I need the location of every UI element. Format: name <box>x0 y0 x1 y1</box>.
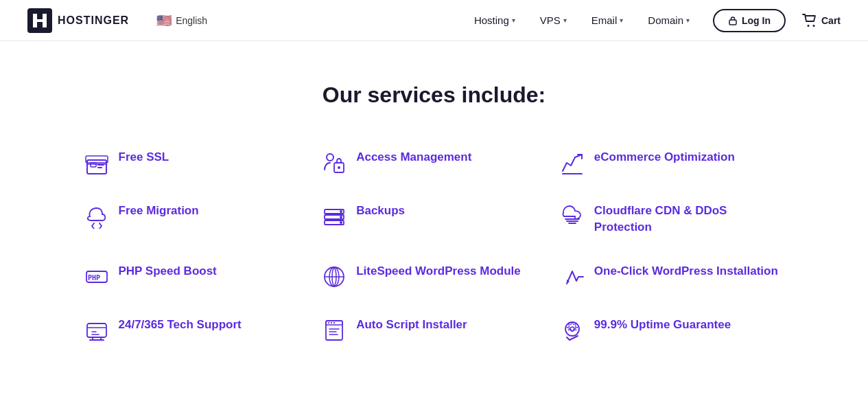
service-php: PHP PHP Speed Boost <box>84 263 309 289</box>
svg-point-16 <box>340 216 342 218</box>
main-content: Our services include: Free SSL <box>57 41 812 398</box>
oneclick-label: One-Click WordPress Installation <box>594 263 778 280</box>
svg-rect-23 <box>87 324 106 337</box>
services-grid: Free SSL Access Management eCommerce Opt… <box>84 149 784 343</box>
nav-vps-label: VPS <box>540 14 561 26</box>
service-backups: Backups <box>322 203 546 236</box>
logo-link[interactable]: HOSTINGER <box>27 8 129 33</box>
svg-rect-24 <box>326 321 342 340</box>
php-icon: PHP <box>84 264 109 289</box>
litespeed-label: LiteSpeed WordPress Module <box>356 263 521 280</box>
nav-hosting[interactable]: Hosting ▾ <box>465 9 525 32</box>
service-free-ssl: Free SSL <box>84 149 309 175</box>
nav-hosting-label: Hosting <box>474 14 509 26</box>
language-label: English <box>176 15 207 26</box>
uptime-label: 99.9% Uptime Guarantee <box>594 317 731 333</box>
service-ecommerce: eCommerce Optimization <box>560 149 784 175</box>
script-installer-label: Auto Script Installer <box>356 317 467 333</box>
svg-rect-5 <box>91 163 96 167</box>
support-icon <box>84 318 109 343</box>
backups-label: Backups <box>356 203 405 219</box>
lock-icon <box>728 16 738 25</box>
cart-button[interactable]: Cart <box>802 14 841 27</box>
nav-email[interactable]: Email ▾ <box>582 9 633 32</box>
svg-point-15 <box>340 210 342 213</box>
service-support: 24/7/365 Tech Support <box>84 317 309 343</box>
wordpress-icon <box>322 264 347 289</box>
svg-point-9 <box>327 154 333 161</box>
login-label: Log In <box>742 15 771 26</box>
section-title: Our services include: <box>84 82 784 108</box>
cart-label: Cart <box>821 15 841 26</box>
nav-email-label: Email <box>591 14 618 26</box>
service-oneclick: One-Click WordPress Installation <box>560 263 784 289</box>
cloudflare-icon <box>560 204 585 229</box>
cart-icon <box>802 14 817 27</box>
service-litespeed: LiteSpeed WordPress Module <box>322 263 546 289</box>
access-management-label: Access Management <box>356 149 471 166</box>
svg-rect-27 <box>331 322 332 324</box>
service-uptime: 99.9% Uptime Guarantee <box>560 317 784 343</box>
svg-rect-7 <box>97 167 102 168</box>
migration-icon <box>84 204 109 229</box>
flag-icon: 🇺🇸 <box>156 13 172 28</box>
service-cloudflare: Cloudflare CDN & DDoS Protection <box>560 203 784 236</box>
svg-point-2 <box>807 25 809 27</box>
uptime-icon <box>560 318 585 343</box>
nav-domain[interactable]: Domain ▾ <box>638 9 699 32</box>
logo-icon <box>27 8 52 33</box>
svg-rect-1 <box>729 20 736 25</box>
nav-vps[interactable]: VPS ▾ <box>530 9 576 32</box>
chevron-down-icon: ▾ <box>512 16 515 24</box>
access-icon <box>322 150 347 175</box>
svg-point-11 <box>338 166 340 169</box>
svg-point-17 <box>340 221 342 224</box>
free-migration-label: Free Migration <box>119 203 199 219</box>
language-selector[interactable]: 🇺🇸 English <box>156 13 207 28</box>
svg-point-29 <box>565 322 579 336</box>
cloudflare-label: Cloudflare CDN & DDoS Protection <box>594 203 784 236</box>
navbar: HOSTINGER 🇺🇸 English Hosting ▾ VPS ▾ Ema… <box>0 0 868 41</box>
svg-rect-26 <box>328 322 329 324</box>
svg-text:PHP: PHP <box>88 274 100 282</box>
ecommerce-icon <box>560 150 585 175</box>
service-script: Auto Script Installer <box>322 317 546 343</box>
free-ssl-label: Free SSL <box>119 149 169 166</box>
chevron-down-icon: ▾ <box>563 16 567 24</box>
oneclick-icon <box>560 264 585 289</box>
svg-point-3 <box>812 25 814 27</box>
tech-support-label: 24/7/365 Tech Support <box>119 317 242 333</box>
ecommerce-label: eCommerce Optimization <box>594 149 735 166</box>
script-icon <box>322 318 347 343</box>
nav-links: Hosting ▾ VPS ▾ Email ▾ Domain ▾ Log In <box>465 9 841 32</box>
chevron-down-icon: ▾ <box>686 16 690 24</box>
nav-domain-label: Domain <box>648 14 683 26</box>
backups-icon <box>322 204 347 229</box>
svg-rect-28 <box>333 322 335 324</box>
php-label: PHP Speed Boost <box>119 263 217 280</box>
service-access-management: Access Management <box>322 149 546 175</box>
login-button[interactable]: Log In <box>713 9 786 32</box>
service-migration: Free Migration <box>84 203 309 236</box>
ssl-icon <box>84 150 109 175</box>
chevron-down-icon: ▾ <box>620 16 623 24</box>
svg-rect-4 <box>87 160 106 174</box>
logo-text: HOSTINGER <box>58 14 129 27</box>
